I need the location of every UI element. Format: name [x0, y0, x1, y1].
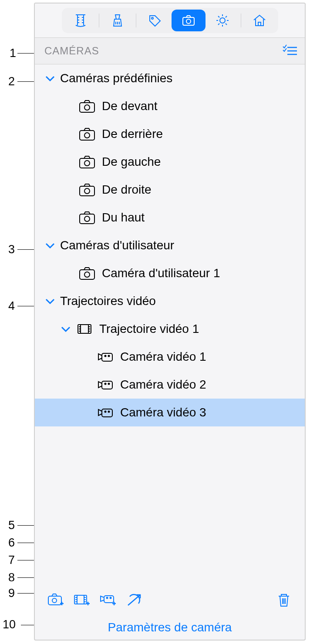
camera-label: De droite	[102, 183, 152, 197]
chevron-down-icon	[44, 240, 56, 251]
camera-item[interactable]: De droite	[35, 176, 305, 204]
chevron-down-icon	[44, 295, 56, 307]
video-camera-item[interactable]: Caméra vidéo 2	[35, 371, 305, 399]
svg-rect-21	[102, 381, 112, 389]
svg-rect-12	[80, 214, 94, 224]
video-camera-item[interactable]: Caméra vidéo 1	[35, 343, 305, 371]
video-camera-label: Caméra vidéo 1	[120, 350, 206, 364]
add-video-path-button[interactable]	[69, 589, 95, 611]
film-icon	[76, 322, 93, 336]
tag-tool-button[interactable]	[138, 10, 172, 31]
svg-rect-8	[80, 158, 94, 168]
toolbar-separator	[241, 13, 241, 27]
section-header: CAMÉRAS	[35, 37, 305, 64]
camera-label: Du haut	[102, 211, 145, 225]
camera-tool-button[interactable]	[172, 10, 206, 31]
list-options-button[interactable]	[282, 43, 298, 59]
section-title: CAMÉRAS	[44, 45, 99, 57]
camera-item[interactable]: De gauche	[35, 148, 305, 176]
svg-rect-1	[183, 17, 194, 25]
video-camera-label: Caméra vidéo 3	[120, 406, 206, 419]
svg-rect-18	[102, 353, 112, 361]
camera-icon	[78, 266, 96, 281]
svg-point-23	[108, 383, 110, 385]
svg-point-11	[84, 188, 90, 194]
group-label: Caméras prédéfinies	[60, 71, 172, 85]
bottom-toolbar	[35, 587, 305, 614]
camera-panel: CAMÉRAS Caméras prédéfinies De devant De…	[34, 3, 306, 641]
camera-settings-link[interactable]: Paramètres de caméra	[35, 621, 305, 634]
svg-rect-31	[104, 596, 114, 603]
group-video[interactable]: Trajectoires vidéo	[35, 287, 305, 315]
group-label: Trajectoires vidéo	[60, 294, 156, 308]
chevron-down-icon	[60, 323, 71, 335]
top-toolbar	[35, 3, 305, 37]
callout-7: 7	[8, 553, 15, 567]
svg-rect-10	[80, 186, 94, 196]
svg-point-22	[105, 383, 106, 385]
svg-rect-27	[48, 596, 61, 605]
video-camera-icon	[97, 405, 114, 420]
svg-point-13	[84, 216, 90, 221]
video-camera-icon	[97, 377, 114, 392]
group-label: Caméras d'utilisateur	[60, 238, 174, 252]
svg-point-5	[84, 105, 90, 110]
restore-camera-button[interactable]	[121, 589, 147, 611]
camera-icon	[78, 210, 96, 225]
camera-label: Caméra d'utilisateur 1	[102, 266, 220, 280]
svg-rect-6	[80, 131, 94, 140]
brush-tool-button[interactable]	[101, 10, 135, 31]
toolbar-container	[62, 8, 278, 33]
svg-point-19	[105, 356, 106, 357]
svg-point-20	[108, 356, 110, 357]
svg-rect-17	[81, 325, 88, 333]
svg-rect-24	[102, 409, 112, 417]
chevron-down-icon	[44, 73, 56, 84]
video-path-label: Trajectoire vidéo 1	[99, 322, 199, 336]
svg-point-28	[52, 598, 57, 603]
house-tool-button[interactable]	[243, 10, 276, 31]
group-user[interactable]: Caméras d'utilisateur	[35, 231, 305, 259]
svg-point-2	[186, 19, 191, 23]
callout-6: 6	[8, 536, 15, 550]
callout-5: 5	[8, 519, 15, 532]
svg-point-25	[105, 411, 106, 413]
add-camera-button[interactable]	[43, 589, 69, 611]
svg-point-9	[84, 161, 90, 166]
camera-item[interactable]: Du haut	[35, 204, 305, 231]
camera-item[interactable]: De derrière	[35, 120, 305, 148]
svg-rect-30	[77, 595, 84, 604]
video-camera-icon	[97, 349, 114, 364]
light-tool-button[interactable]	[206, 10, 239, 31]
camera-icon	[78, 99, 96, 114]
camera-item[interactable]: De devant	[35, 92, 305, 120]
measure-tool-button[interactable]	[64, 10, 98, 31]
svg-point-7	[84, 133, 90, 138]
add-video-camera-button[interactable]	[95, 589, 121, 611]
callout-1: 1	[10, 47, 16, 60]
svg-point-32	[107, 597, 108, 599]
video-camera-item-selected[interactable]: Caméra vidéo 3	[35, 399, 305, 426]
camera-item[interactable]: Caméra d'utilisateur 1	[35, 259, 305, 287]
callout-3: 3	[8, 243, 15, 256]
camera-label: De devant	[102, 99, 158, 113]
callout-8: 8	[8, 571, 15, 584]
delete-button[interactable]	[271, 589, 297, 611]
camera-label: De gauche	[102, 155, 161, 169]
svg-rect-14	[80, 270, 94, 279]
group-predefined[interactable]: Caméras prédéfinies	[35, 64, 305, 92]
svg-point-26	[108, 411, 110, 413]
callout-4: 4	[8, 299, 15, 313]
svg-rect-4	[80, 103, 94, 112]
camera-icon	[78, 154, 96, 169]
video-camera-label: Caméra vidéo 2	[120, 378, 206, 392]
camera-tree: Caméras prédéfinies De devant De derrièr…	[35, 64, 305, 426]
callout-10: 10	[3, 618, 16, 631]
svg-point-15	[84, 272, 90, 277]
toolbar-separator	[99, 13, 99, 27]
camera-icon	[78, 127, 96, 141]
callout-2: 2	[8, 75, 15, 88]
svg-point-0	[152, 17, 153, 19]
video-path-item[interactable]: Trajectoire vidéo 1	[35, 315, 305, 343]
svg-point-3	[220, 18, 225, 23]
